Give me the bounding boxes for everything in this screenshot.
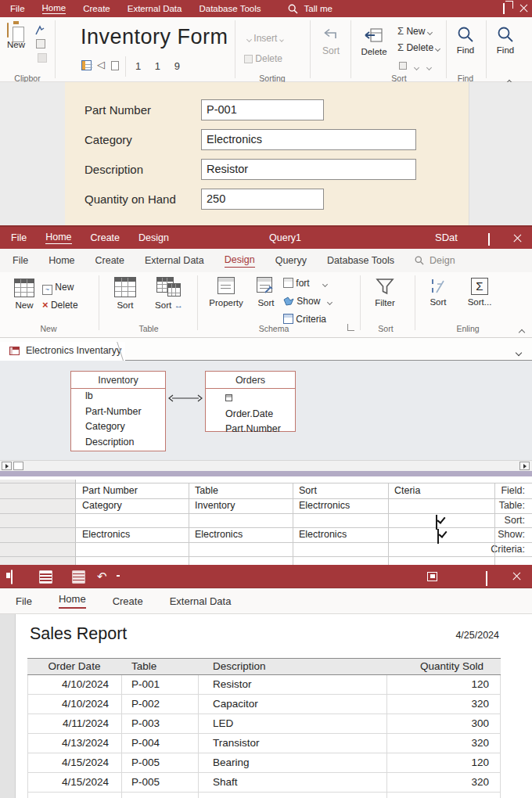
table-sort-button-1[interactable]: Sort (110, 277, 141, 310)
column-header[interactable]: Order Date (27, 659, 121, 674)
grid-cell[interactable]: Sort (293, 485, 317, 496)
menu-file[interactable]: File (13, 255, 28, 266)
grid-cell[interactable]: Electronics (76, 529, 130, 540)
search-icon[interactable] (288, 4, 298, 14)
table-card-orders[interactable]: Orders Order.Date Part.Number (205, 371, 296, 432)
maximize-button[interactable] (486, 572, 487, 586)
table-card-inventory[interactable]: Inventory lb Part-Number Category Descri… (70, 371, 166, 451)
menu-database-tools[interactable]: Database Tools (199, 4, 261, 13)
new-big-button[interactable]: New (9, 279, 39, 310)
object-tab[interactable]: Electronics Inventaryy (0, 342, 125, 361)
menu-design[interactable]: Design (138, 232, 169, 243)
tell-me-label[interactable]: Tall me (304, 4, 332, 13)
show-checkbox[interactable] (437, 529, 439, 544)
insert-button[interactable]: Insert (247, 33, 283, 44)
tab-list-chevron[interactable] (516, 344, 521, 358)
menu-file[interactable]: File (11, 232, 27, 243)
menu-external-data[interactable]: External Data (170, 595, 232, 607)
table-sort-button-2[interactable]: Sort ↔ (149, 277, 189, 310)
grid-cell[interactable]: Electrronics (293, 500, 350, 511)
description-input[interactable]: Resistor (201, 159, 416, 180)
grid-cell[interactable]: Category (76, 500, 122, 511)
menu-database-tools[interactable]: Database Tools (327, 255, 394, 266)
format-painter-icon[interactable] (34, 25, 45, 36)
find-button[interactable]: Find (451, 26, 480, 55)
page-icon[interactable] (111, 61, 119, 70)
undo-icon[interactable]: ↶ (97, 570, 107, 584)
grid-cell[interactable]: Part Number (76, 485, 138, 496)
menu-create[interactable]: Create (91, 232, 120, 243)
restore-button[interactable] (503, 4, 505, 13)
table-row[interactable]: 4/15/2024 P-005 Shaft 320 (27, 773, 501, 793)
table-row[interactable]: 4/13/2024 P-004 Transistor 320 (27, 734, 501, 753)
sum-delete-button[interactable]: Σ Delete (397, 41, 440, 53)
horizontal-scrollbar[interactable] (0, 460, 532, 471)
menu-create[interactable]: Create (83, 4, 110, 13)
grid-cell[interactable]: Electronics (189, 529, 243, 540)
menu-design-active[interactable]: Design (225, 254, 255, 268)
table-field[interactable]: lb (71, 389, 165, 404)
delete-small-button[interactable]: × Delete (42, 299, 78, 311)
scroll-left-button[interactable] (2, 462, 12, 470)
menu-home-active[interactable]: Home (59, 593, 86, 609)
table-field[interactable]: Description (71, 435, 165, 451)
undo-dropdown-icon[interactable] (117, 575, 120, 577)
schema-sort-button[interactable]: Sort (250, 277, 282, 307)
menu-file[interactable]: File (10, 4, 25, 13)
grid-cell[interactable]: Cteria (388, 485, 420, 496)
dialog-launcher-icon[interactable] (347, 324, 354, 331)
part-number-input[interactable]: P-001 (201, 99, 324, 120)
document-icon-2[interactable] (72, 570, 85, 584)
scrollbar-thumb[interactable] (13, 462, 23, 470)
menu-external-data[interactable]: External Data (145, 255, 204, 266)
column-header[interactable]: Table (131, 659, 156, 674)
find-button-2[interactable]: Find (491, 26, 520, 55)
document-icon[interactable] (39, 570, 52, 584)
datasheet-icon[interactable] (81, 60, 92, 70)
table-field[interactable]: Category (71, 419, 165, 435)
collapse-ribbon-chevron[interactable] (519, 324, 524, 338)
pane-splitter[interactable] (0, 471, 532, 478)
menu-home[interactable]: Home (49, 255, 74, 266)
grid-cell[interactable]: Table (189, 485, 218, 496)
menu-external-data[interactable]: External Data (128, 4, 182, 13)
new-small-button[interactable]: ~ New (42, 282, 74, 295)
table-field[interactable]: Part-Number (71, 404, 165, 420)
ending-sort-button-2[interactable]: Σ Sort... (462, 278, 498, 307)
ending-sort-button-1[interactable]: Sort (422, 278, 454, 307)
sum-new-button[interactable]: Σ New (397, 25, 432, 37)
show-checkbox[interactable] (436, 515, 437, 530)
new-record-button[interactable]: New (7, 23, 25, 49)
criteria-button[interactable]: Criteria (283, 314, 326, 325)
more-options-button[interactable] (399, 59, 431, 73)
filter-button[interactable]: Filter (368, 278, 402, 307)
category-input[interactable]: Electronics (201, 129, 416, 150)
table-row[interactable]: 4/15/2024 P-005 Bearing 120 (27, 753, 501, 773)
sort-button[interactable]: Sort (315, 28, 347, 56)
quantity-input[interactable]: 250 (201, 189, 324, 210)
previous-record-icon[interactable]: ◁ (97, 59, 105, 70)
brush-icon[interactable] (38, 53, 47, 63)
table-field[interactable]: Order.Date (206, 407, 295, 422)
menu-home[interactable]: Home (42, 3, 66, 15)
grid-cell[interactable]: Inventory (189, 500, 235, 511)
show-button[interactable]: Show (283, 296, 332, 307)
table-field[interactable]: Part.Number (206, 422, 295, 437)
scroll-right-button[interactable] (519, 462, 530, 470)
maximize-button[interactable] (488, 234, 490, 245)
menu-home[interactable]: Home (45, 232, 71, 245)
grid-cell[interactable]: Electronics (293, 529, 347, 540)
delete-button-disabled[interactable]: Delete (244, 53, 282, 64)
search-icon[interactable] (415, 256, 424, 265)
table-row[interactable]: 4/11/2024 P-003 LED 300 (27, 714, 501, 734)
menu-query[interactable]: Queryy (275, 255, 307, 266)
menu-file[interactable]: File (16, 595, 32, 607)
property-button[interactable]: Property (207, 277, 246, 307)
fort-button[interactable]: fort (283, 278, 327, 289)
delete-big-button[interactable]: Delete (356, 27, 392, 56)
menu-create[interactable]: Create (95, 255, 125, 266)
copy-icon[interactable] (36, 39, 45, 49)
column-header[interactable]: Description (213, 659, 266, 674)
table-row[interactable]: 4/10/2024 P-001 Resistor 120 (27, 675, 501, 695)
switch-view-icon[interactable] (427, 572, 437, 581)
